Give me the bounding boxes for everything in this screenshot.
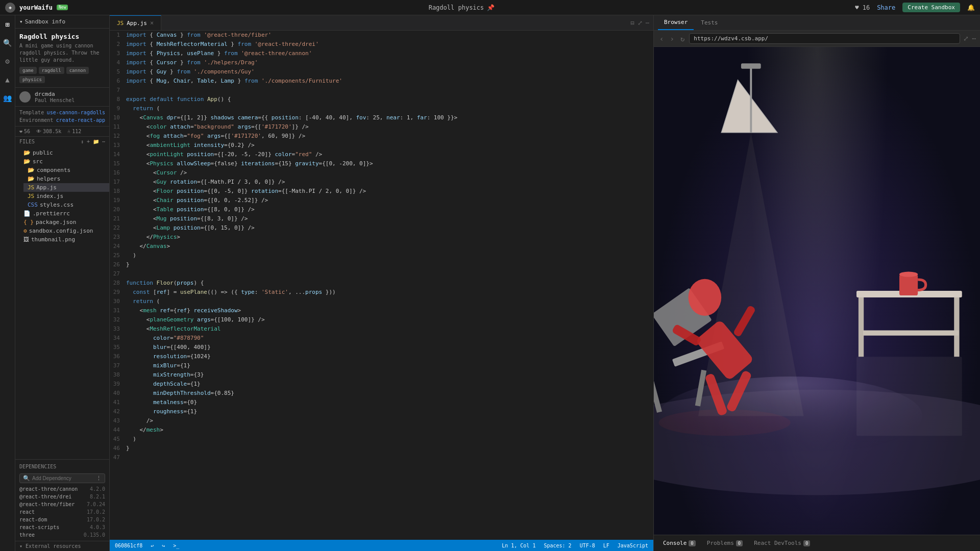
code-line-13: 13 <ambientLight intensity={0.2} /> xyxy=(110,141,653,150)
sidebar-icon-users[interactable]: 👥 xyxy=(3,93,13,103)
deps-search-input[interactable] xyxy=(32,475,94,481)
sidebar-icon-settings[interactable]: ⚙ xyxy=(3,56,13,66)
dep-three: three 0.135.0 xyxy=(15,531,109,539)
forward-button[interactable]: › xyxy=(668,35,675,43)
lamp-shade xyxy=(721,80,777,133)
console-tab-console[interactable]: Console 0 xyxy=(658,535,701,551)
file-prettierrc[interactable]: 📄 .prettierrc xyxy=(19,209,109,218)
app-brand: yourWaifu xyxy=(19,4,53,11)
dep-name: @react-three/cannon xyxy=(19,486,78,492)
topbar-left: ◈ yourWaifu New xyxy=(5,3,68,13)
ragdoll-head xyxy=(689,279,722,316)
sidebar-icon-files[interactable]: ⊞ xyxy=(3,19,13,30)
editor-tabs: JS App.js × ⊟ ⤢ ⋯ xyxy=(110,15,653,31)
tab-close-button[interactable]: × xyxy=(150,19,154,27)
url-bar[interactable]: https://wdzv4.csb.app/ xyxy=(689,33,960,44)
code-line-19: 19 <Chair position={[0, 0, -2.52]} /> xyxy=(110,196,653,205)
dep-fiber: @react-three/fiber 7.0.24 xyxy=(15,500,109,508)
refresh-button[interactable]: ↻ xyxy=(679,35,686,43)
code-line-32: 32 <planeGeometry args={[100, 100]} /> xyxy=(110,315,653,324)
sort-icon[interactable]: ↕ xyxy=(81,139,84,144)
console-tab-react-devtools[interactable]: React DevTools 0 xyxy=(749,535,815,551)
lamp-base-top xyxy=(741,63,761,68)
ragdoll-shadow xyxy=(658,410,790,436)
file-public[interactable]: 📂 public xyxy=(19,148,109,157)
file-indexjs[interactable]: JS index.js xyxy=(23,192,109,201)
file-components[interactable]: 📂 components xyxy=(23,166,109,174)
file-sandboxconfigjson[interactable]: ⚙ sandbox.config.json xyxy=(19,227,109,235)
deps-menu-icon[interactable]: ⋮ xyxy=(96,475,102,482)
terminal-icon[interactable]: >_ xyxy=(173,543,179,548)
code-line-8: 8 export default function App() { xyxy=(110,95,653,104)
tag-game: game xyxy=(19,67,37,74)
console-tab-problems[interactable]: Problems 0 xyxy=(702,535,748,551)
tab-browser[interactable]: Browser xyxy=(658,15,694,30)
file-helpers[interactable]: 📂 helpers xyxy=(23,174,109,183)
code-container[interactable]: 1 import { Canvas } from '@react-three/f… xyxy=(110,31,653,540)
code-line-21: 21 <Mug position={[8, 3, 0]} /> xyxy=(110,214,653,223)
dependencies-header[interactable]: Dependencies xyxy=(15,462,109,471)
create-sandbox-button[interactable]: Create Sandbox xyxy=(902,3,960,12)
fullscreen-icon[interactable]: ⤢ xyxy=(638,19,643,27)
tab-appjs[interactable]: JS App.js × xyxy=(110,15,161,30)
file-src[interactable]: 📂 src xyxy=(19,157,109,166)
code-line-39: 39 depthScale={1} xyxy=(110,380,653,389)
sidebar-icon-search[interactable]: 🔍 xyxy=(3,38,13,48)
code-line-2: 2 import { MeshReflectorMaterial } from … xyxy=(110,40,653,49)
js-file-icon: JS xyxy=(28,184,34,191)
back-button[interactable]: ‹ xyxy=(658,35,665,43)
more-icon[interactable]: ⋯ xyxy=(102,139,105,144)
file-appjs[interactable]: JS App.js xyxy=(23,183,109,192)
lamp-light-cone xyxy=(698,133,804,416)
undo-icon[interactable]: ↩ xyxy=(151,543,154,548)
tab-tests[interactable]: Tests xyxy=(695,15,724,30)
sidebar-icon-deploy[interactable]: ▲ xyxy=(3,74,13,85)
dep-react: react 17.0.2 xyxy=(15,508,109,516)
file-packagejson[interactable]: { } package.json xyxy=(19,218,109,227)
code-editor[interactable]: 1 import { Canvas } from '@react-three/f… xyxy=(110,31,653,540)
new-folder-icon[interactable]: 📁 xyxy=(93,139,99,144)
code-line-42: 42 roughness={1} xyxy=(110,407,653,416)
tag-physics: physics xyxy=(19,76,45,83)
author-info: drcmda Paul Henschel xyxy=(35,91,75,103)
more-options-icon[interactable]: ⋯ xyxy=(646,19,649,27)
browser-toolbar-icons: ⤢ ⋯ xyxy=(963,35,976,42)
dep-name: react-scripts xyxy=(19,524,59,530)
notifications-icon[interactable]: 🔔 xyxy=(967,4,975,11)
code-line-23: 23 </Physics> xyxy=(110,233,653,242)
file-name: helpers xyxy=(37,176,60,182)
code-line-33: 33 <MeshReflectorMaterial xyxy=(110,324,653,334)
environment-row: Environment create-react-app xyxy=(19,117,105,123)
open-external-icon[interactable]: ⤢ xyxy=(963,35,969,42)
language: JavaScript xyxy=(618,543,648,548)
deps-search[interactable]: 🔍 ⋮ xyxy=(19,473,105,483)
forks-stat: ⑃ 112 xyxy=(67,129,81,134)
dep-version: 4.0.3 xyxy=(90,524,105,530)
template-row: Template use-cannon-ragdolls xyxy=(19,110,105,115)
folder-icon: 📂 xyxy=(23,149,31,156)
code-line-47: 47 xyxy=(110,453,653,462)
scene-svg xyxy=(654,47,980,535)
share-button[interactable]: Share xyxy=(877,4,895,11)
file-thumbnailpng[interactable]: 🖼 thumbnail.png xyxy=(19,235,109,244)
code-line-40: 40 minDepthThreshold={0.85} xyxy=(110,389,653,398)
split-editor-icon[interactable]: ⊟ xyxy=(631,19,634,27)
pin-icon: 📌 xyxy=(487,4,495,11)
mug-body xyxy=(899,274,918,295)
dep-reactscripts: react-scripts 4.0.3 xyxy=(15,523,109,531)
external-resources[interactable]: ▾ External resources xyxy=(15,541,109,551)
right-panel: Browser Tests ‹ › ↻ https://wdzv4.csb.ap… xyxy=(653,15,980,551)
topbar-right: ♥ 16 Share Create Sandbox 🔔 xyxy=(855,3,975,12)
dep-version: 8.2.1 xyxy=(90,494,105,499)
new-file-icon[interactable]: + xyxy=(87,139,90,144)
dep-version: 7.0.24 xyxy=(87,502,105,507)
redo-icon[interactable]: ↪ xyxy=(162,543,165,548)
file-stylescss[interactable]: CSS styles.css xyxy=(23,201,109,209)
environment-value: create-react-app xyxy=(56,117,105,123)
img-file-icon: 🖼 xyxy=(23,236,29,243)
sandbox-description: A mini game using cannon ragdoll physics… xyxy=(19,42,105,64)
dep-name: @react-three/fiber xyxy=(19,502,75,507)
encoding: UTF-8 xyxy=(580,543,595,548)
browser-more-icon[interactable]: ⋯ xyxy=(972,35,976,42)
file-name: components xyxy=(37,167,70,173)
